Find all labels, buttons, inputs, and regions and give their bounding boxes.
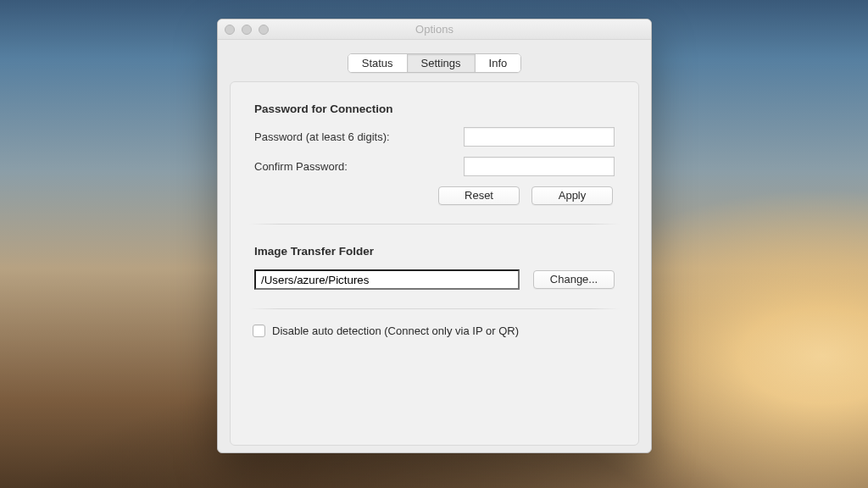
auto-detect-row: Disable auto detection (Connect only via… (253, 324, 616, 337)
folder-section: Image Transfer Folder Change... (253, 240, 616, 295)
disable-auto-detect-checkbox[interactable] (253, 324, 265, 337)
confirm-password-row: Confirm Password: (254, 157, 615, 176)
folder-section-title: Image Transfer Folder (254, 245, 615, 258)
folder-path-input[interactable] (254, 269, 520, 290)
password-section-title: Password for Connection (254, 103, 615, 115)
options-window: Options Status Settings Info Password fo… (217, 19, 652, 453)
desktop-wallpaper: Options Status Settings Info Password fo… (0, 0, 868, 488)
reset-button[interactable]: Reset (438, 186, 520, 205)
section-divider-2 (249, 308, 620, 309)
tab-info[interactable]: Info (476, 54, 521, 72)
segmented-tabs: Status Settings Info (348, 53, 522, 73)
traffic-lights (225, 25, 269, 35)
tab-settings[interactable]: Settings (408, 54, 476, 72)
password-buttons: Reset Apply (254, 186, 615, 205)
password-input[interactable] (464, 127, 615, 147)
settings-panel: Password for Connection Password (at lea… (230, 81, 639, 446)
change-button[interactable]: Change... (533, 270, 615, 289)
confirm-password-label: Confirm Password: (254, 160, 464, 173)
password-section: Password for Connection Password (at lea… (253, 97, 616, 210)
zoom-icon[interactable] (259, 25, 269, 35)
tab-status[interactable]: Status (348, 54, 408, 72)
apply-button[interactable]: Apply (531, 186, 613, 205)
section-divider (249, 224, 620, 225)
confirm-password-input[interactable] (464, 157, 615, 176)
minimize-icon[interactable] (242, 25, 252, 35)
folder-row: Change... (254, 269, 615, 290)
tabs-container: Status Settings Info (230, 53, 639, 73)
close-icon[interactable] (225, 25, 235, 35)
window-content: Status Settings Info Password for Connec… (218, 40, 651, 453)
password-row: Password (at least 6 digits): (254, 127, 615, 147)
titlebar[interactable]: Options (218, 19, 651, 40)
password-label: Password (at least 6 digits): (254, 130, 464, 143)
window-title: Options (415, 23, 453, 36)
disable-auto-detect-label: Disable auto detection (Connect only via… (272, 324, 519, 337)
